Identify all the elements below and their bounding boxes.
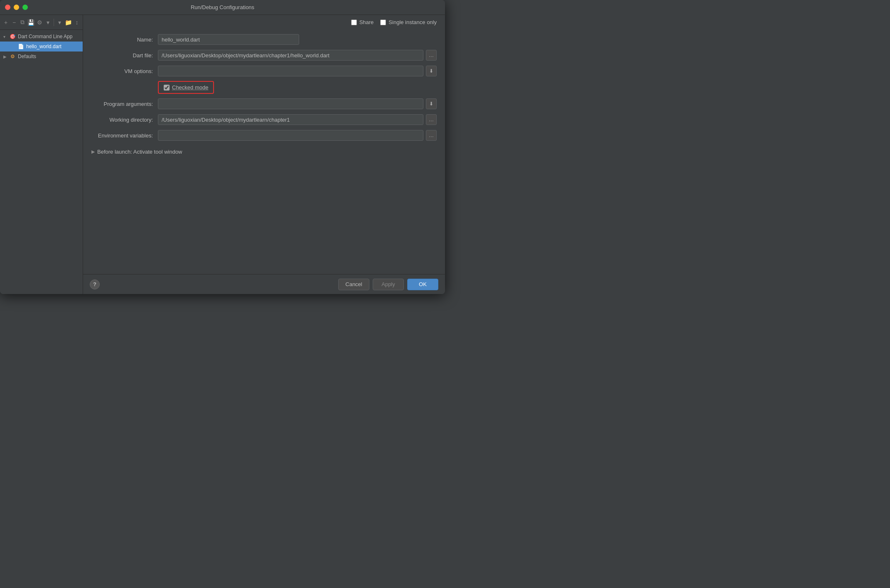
sort-button[interactable]: ↕ [74,17,80,27]
checked-mode-container[interactable]: Checked mode [158,81,214,94]
apply-button[interactable]: Apply [373,279,404,290]
dart-file-field: … [158,50,437,61]
arrow-down2-button[interactable]: ▾ [57,17,63,27]
program-args-input[interactable] [158,98,423,109]
checked-mode-row: Checked mode [158,81,437,94]
working-dir-field: … [158,114,437,125]
window-title: Run/Debug Configurations [191,4,254,10]
checked-mode-label: Checked mode [172,84,208,91]
program-args-label: Program arguments: [91,101,158,107]
vm-options-input[interactable] [158,66,423,76]
gear-button[interactable]: ⚙ [36,17,43,27]
title-bar: Run/Debug Configurations [0,0,445,15]
single-instance-checkbox[interactable] [380,20,386,25]
tree-arrow-dart-app: ▾ [3,34,9,39]
program-args-expand-button[interactable]: ⬇ [426,98,437,109]
program-args-row: Program arguments: ⬇ [91,98,437,110]
vm-options-label: VM options: [91,68,158,74]
config-tree: ▾ 🎯 Dart Command Line App 📄 hello_world.… [0,30,83,294]
dart-file-label: Dart file: [91,52,158,59]
action-buttons: Cancel Apply OK [338,279,438,290]
toolbar-separator [54,19,54,26]
save-config-button[interactable]: 💾 [27,17,34,27]
before-launch-section[interactable]: ▶ Before launch: Activate tool window [91,145,437,155]
dart-file-input[interactable] [158,50,423,61]
tree-item-defaults[interactable]: ▶ ⚙ Defaults [0,51,83,61]
program-args-field: ⬇ [158,98,437,109]
cancel-button[interactable]: Cancel [338,279,369,290]
left-panel: + − ⧉ 💾 ⚙ ▾ ▾ 📁 ↕ ▾ 🎯 Dart Command Line … [0,15,83,294]
tree-label-dart-app: Dart Command Line App [18,34,72,39]
tree-arrow-defaults: ▶ [3,54,9,59]
tree-label-defaults: Defaults [18,54,36,59]
env-vars-browse-button[interactable]: … [426,130,437,141]
add-config-button[interactable]: + [2,17,9,27]
checked-mode-checkbox[interactable] [164,85,170,91]
env-vars-input[interactable] [158,130,423,141]
dart-app-icon: 🎯 [9,33,16,40]
name-field [158,34,437,45]
traffic-lights [5,5,28,10]
main-container: + − ⧉ 💾 ⚙ ▾ ▾ 📁 ↕ ▾ 🎯 Dart Command Line … [0,15,445,294]
env-vars-field: … [158,130,437,141]
share-label: Share [359,19,374,25]
before-launch-arrow-icon: ▶ [91,149,95,154]
remove-config-button[interactable]: − [11,17,17,27]
working-dir-row: Working directory: … [91,114,437,125]
ok-button[interactable]: OK [407,279,438,290]
name-input[interactable] [158,34,299,45]
single-instance-option[interactable]: Single instance only [380,19,437,25]
vm-options-expand-button[interactable]: ⬇ [426,66,437,76]
share-checkbox[interactable] [351,20,357,25]
config-form: Name: Dart file: … VM options: ⬇ [83,27,445,274]
tree-label-hello-world: hello_world.dart [26,44,61,49]
defaults-icon: ⚙ [9,53,16,60]
dart-file-row: Dart file: … [91,49,437,61]
single-instance-label: Single instance only [388,19,437,25]
vm-options-field: ⬇ [158,66,437,76]
maximize-button[interactable] [22,5,28,10]
vm-options-row: VM options: ⬇ [91,65,437,77]
help-button[interactable]: ? [90,279,100,289]
name-row: Name: [91,34,437,45]
env-vars-row: Environment variables: … [91,130,437,141]
hello-world-icon: 📄 [17,43,24,50]
working-dir-label: Working directory: [91,117,158,123]
copy-config-button[interactable]: ⧉ [19,17,26,27]
folder-button[interactable]: 📁 [65,17,72,27]
tree-item-dart-app[interactable]: ▾ 🎯 Dart Command Line App [0,32,83,42]
minimize-button[interactable] [14,5,19,10]
working-dir-browse-button[interactable]: … [426,114,437,125]
close-button[interactable] [5,5,10,10]
name-label: Name: [91,37,158,43]
tree-item-hello-world[interactable]: 📄 hello_world.dart [0,42,83,51]
right-section: Share Single instance only Name: Dart fi… [83,15,445,294]
share-option[interactable]: Share [351,19,374,25]
env-vars-label: Environment variables: [91,132,158,139]
arrow-down-button[interactable]: ▾ [44,17,51,27]
before-launch-label: Before launch: Activate tool window [97,149,182,155]
bottom-bar: ? Cancel Apply OK [83,274,445,294]
form-top-bar: Share Single instance only [83,15,445,27]
working-dir-input[interactable] [158,114,423,125]
left-toolbar: + − ⧉ 💾 ⚙ ▾ ▾ 📁 ↕ [0,15,83,30]
dart-file-browse-button[interactable]: … [426,50,437,61]
